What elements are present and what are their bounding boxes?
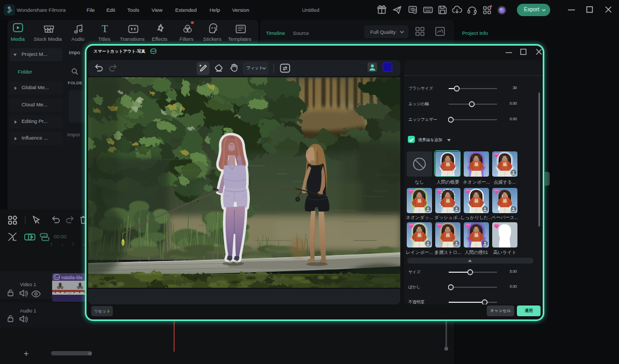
svg-text:T: T bbox=[102, 23, 108, 34]
svg-text:00:00: 00:00 bbox=[54, 234, 67, 239]
